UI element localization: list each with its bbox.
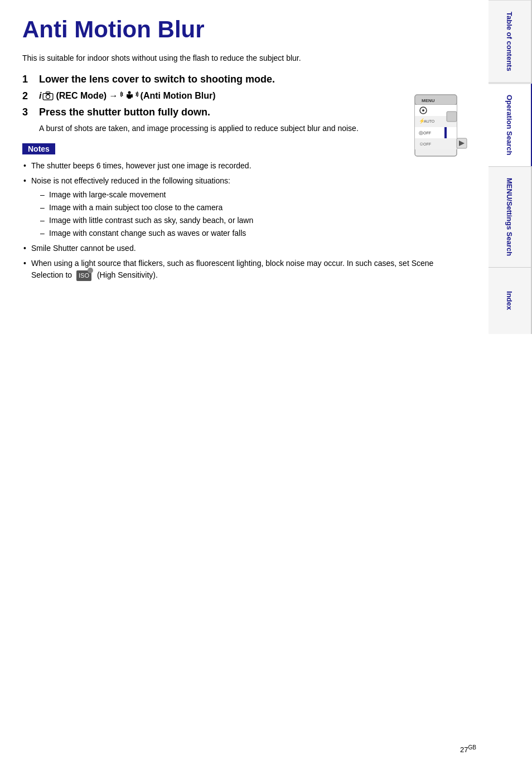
sub-item-1: Image with large-scale movement [40,189,465,201]
step-2-number: 2 [22,90,33,102]
sidebar-tab-menu-settings[interactable]: MENU/Settings Search [489,166,532,267]
camera-diagram-area: MENU ⚡ AUTO ◎ OFF ☺ OFF [384,86,473,176]
sub-item-4: Image with constant change such as waves… [40,227,465,239]
svg-point-1 [46,95,50,99]
tab-operation-label: Operation Search [506,95,514,155]
sidebar-tab-index[interactable]: Index [489,267,532,334]
tab-menu-label: MENU/Settings Search [506,178,514,256]
svg-point-3 [128,91,130,94]
svg-text:AUTO: AUTO [424,119,435,123]
intro-paragraph: This is suitable for indoor shots withou… [22,54,465,62]
svg-point-12 [422,109,424,112]
step-3-text: Press the shutter button fully down. [39,106,210,118]
sub-item-2: Image with a main subject too close to t… [40,202,465,214]
notes-badge: Notes [22,143,55,154]
camera-icon [42,91,54,100]
svg-rect-25 [444,127,447,138]
svg-text:◎: ◎ [419,130,423,135]
notes-list: The shutter beeps 6 times, however just … [22,160,465,281]
sidebar-tab-operation-search[interactable]: Operation Search [489,83,532,166]
sidebar-tab-table-of-contents[interactable]: Table of contents [489,0,532,83]
anti-motion-icon [120,90,138,102]
svg-rect-5 [127,94,128,98]
note-item-3: Smile Shutter cannot be used. [22,243,465,254]
tab-toc-label: Table of contents [506,12,514,71]
svg-rect-22 [447,112,457,122]
step-3-number: 3 [22,106,33,118]
step-2-rec-mode: (REC Mode) → [56,91,118,101]
svg-rect-6 [131,94,133,98]
step-1-number: 1 [22,74,33,85]
svg-text:MENU: MENU [422,98,435,103]
sub-item-3: Image with little contrast such as sky, … [40,215,465,226]
note-item-2: Noise is not effectively reduced in the … [22,175,465,239]
page-number: 27GB [460,744,476,754]
svg-text:OFF: OFF [423,131,431,135]
tab-index-label: Index [506,292,514,311]
sidebar: Table of contents Operation Search MENU/… [489,0,532,765]
page-title: Anti Motion Blur [22,17,465,42]
step-1-text: Lower the lens cover to switch to shooti… [39,74,275,85]
noise-situations-list: Image with large-scale movement Image wi… [31,189,465,239]
note-item-4: When using a light source that flickers,… [22,258,465,281]
step-2-anti-motion-label: (Anti Motion Blur) [141,91,216,101]
svg-text:OFF: OFF [423,142,431,146]
step-1: 1 Lower the lens cover to switch to shoo… [22,74,465,85]
rec-mode-i-icon: i [39,91,41,101]
